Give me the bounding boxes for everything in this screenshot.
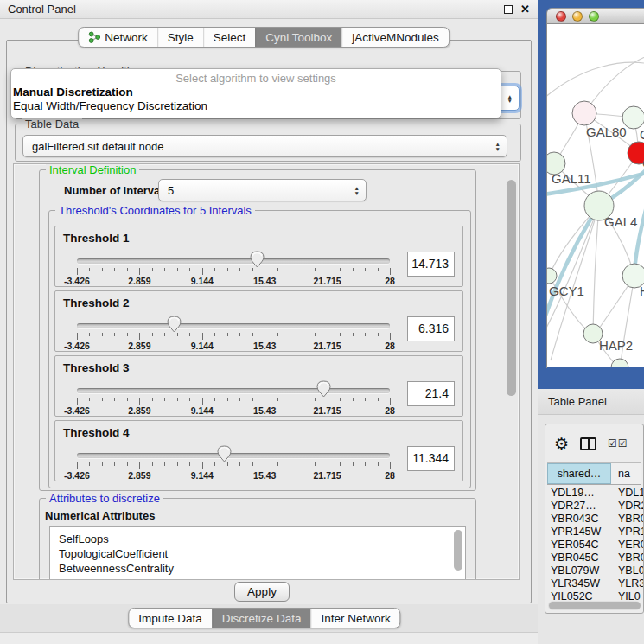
- thresholds-group-title: Threshold's Coordinates for 5 Intervals: [55, 204, 255, 217]
- table-row[interactable]: YDL19…YDL1: [547, 487, 643, 500]
- network-edge[interactable]: [593, 206, 599, 332]
- slider-thumb-icon[interactable]: [167, 316, 182, 336]
- split-table-icon[interactable]: [580, 437, 596, 450]
- slider-tick: [77, 333, 78, 340]
- slider-tick: [303, 462, 303, 466]
- slider-track[interactable]: [77, 453, 390, 458]
- slider-tick: [252, 333, 253, 336]
- threshold-slider[interactable]: -3.4262.8599.14415.4321.71528: [77, 256, 390, 285]
- list-scrollbar-thumb[interactable]: [454, 530, 462, 571]
- table-row[interactable]: YPR145WYPR1: [547, 526, 643, 539]
- slider-tick: [202, 268, 203, 275]
- slider-thumb-icon[interactable]: [250, 251, 265, 271]
- slider-tick: [102, 268, 103, 271]
- table-cell: YBR043C: [547, 513, 611, 526]
- network-node[interactable]: [572, 101, 596, 125]
- slider-tick: [77, 398, 78, 405]
- threshold-value-field[interactable]: 6.316: [407, 316, 455, 341]
- slider-tick-label: -3.426: [64, 470, 90, 481]
- threshold-value-field[interactable]: 14.713: [407, 252, 455, 277]
- table-column-header[interactable]: shared…: [547, 463, 611, 484]
- tab-select[interactable]: Select: [203, 28, 256, 47]
- settings-scroll-area: Interval Definition Number of Intervals …: [13, 163, 520, 580]
- slider-track[interactable]: [77, 258, 390, 264]
- network-edge[interactable]: [547, 62, 644, 99]
- slider-tick: [114, 462, 115, 466]
- attribute-list-item[interactable]: TopologicalCoefficient: [50, 546, 465, 561]
- table-cell: YLR3: [611, 577, 643, 590]
- table-row[interactable]: YBR045CYBR0: [547, 552, 643, 564]
- slider-tick: [252, 462, 253, 466]
- vertical-scrollbar[interactable]: [507, 180, 516, 396]
- tab-label: Cyni Toolbox: [265, 31, 332, 44]
- slider-tick: [102, 333, 103, 336]
- slider-track[interactable]: [77, 323, 390, 328]
- tab-impute-data[interactable]: Impute Data: [129, 609, 212, 628]
- tab-network[interactable]: Network: [79, 28, 157, 47]
- slider-thumb-icon[interactable]: [217, 445, 232, 466]
- node-label: GA: [640, 127, 644, 142]
- tab-style[interactable]: Style: [157, 28, 203, 47]
- threshold-value-field[interactable]: 21.4: [407, 381, 455, 406]
- close-window-icon[interactable]: [556, 11, 566, 22]
- table-cell: YBR045C: [547, 552, 611, 564]
- slider-tick: [202, 462, 203, 469]
- attribute-list-item[interactable]: BetweennessCentrality: [50, 561, 465, 576]
- slider-tick: [127, 268, 128, 271]
- table-row[interactable]: YBR043CYBR0: [547, 513, 643, 526]
- float-window-icon[interactable]: [504, 5, 513, 14]
- minimize-window-icon[interactable]: [572, 11, 583, 22]
- table-data-combobox[interactable]: galFiltered.sif default node ▲▼: [22, 135, 507, 157]
- slider-tick-label: 9.144: [191, 470, 214, 481]
- network-node[interactable]: [547, 268, 557, 284]
- combo-stepper-icon: ▲▼: [507, 93, 513, 103]
- slider-tick: [315, 268, 316, 271]
- slider-tick-label: 15.43: [253, 276, 276, 286]
- node-label: GAL80: [586, 124, 627, 139]
- slider-tick: [353, 268, 354, 271]
- tab-jactivemnodules[interactable]: jActiveMNodules: [341, 28, 449, 47]
- slider-tick-label: 9.144: [191, 341, 214, 351]
- tab-cyni-toolbox[interactable]: Cyni Toolbox: [255, 28, 341, 47]
- threshold-value-field[interactable]: 11.344: [407, 446, 455, 471]
- close-icon[interactable]: ✕: [520, 3, 530, 15]
- tab-infer-network[interactable]: Infer Network: [310, 609, 399, 628]
- gear-icon[interactable]: ⚙: [554, 436, 569, 452]
- threshold-slider[interactable]: -3.4262.8599.14415.4321.71528: [77, 321, 390, 350]
- attributes-list[interactable]: SelfLoopsTopologicalCoefficientBetweenne…: [49, 526, 466, 580]
- table-row[interactable]: YDR27…YDR2: [547, 500, 643, 513]
- slider-tick: [189, 398, 190, 401]
- dropdown-option[interactable]: Manual Discretization: [11, 86, 501, 99]
- table-column-header[interactable]: na: [611, 463, 641, 484]
- number-of-intervals-combobox[interactable]: 5 ▲▼: [158, 179, 367, 201]
- tab-discretize-data[interactable]: Discretize Data: [212, 609, 311, 628]
- apply-button[interactable]: Apply: [234, 582, 290, 602]
- tab-label: jActiveMNodules: [352, 31, 439, 44]
- slider-tick: [139, 398, 140, 405]
- network-node[interactable]: [611, 359, 628, 367]
- slider-tick: [390, 333, 391, 340]
- slider-thumb-icon[interactable]: [316, 380, 331, 401]
- slider-tick: [214, 268, 215, 271]
- horizontal-scrollbar[interactable]: [548, 601, 641, 610]
- slider-tick: [202, 333, 203, 340]
- network-graph[interactable]: GAL80GAGAL11GAL4GCY1HHAP2C: [547, 24, 644, 367]
- table-row[interactable]: YLR345WYLR3: [547, 577, 643, 590]
- slider-track[interactable]: [77, 388, 390, 393]
- table-row[interactable]: YER054CYER0: [547, 539, 643, 552]
- threshold-slider[interactable]: -3.4262.8599.14415.4321.71528: [77, 450, 390, 480]
- checkbox-columns-icon[interactable]: ☑☑: [608, 437, 628, 450]
- dropdown-option[interactable]: Equal Width/Frequency Discretization: [11, 99, 501, 113]
- network-canvas[interactable]: GAL80GAGAL11GAL4GCY1HHAP2C: [547, 24, 644, 367]
- slider-tick: [77, 268, 78, 275]
- slider-tick: [202, 398, 203, 405]
- slider-tick: [265, 398, 265, 405]
- attribute-list-item[interactable]: SelfLoops: [50, 527, 465, 546]
- dropdown-placeholder-item[interactable]: Select algorithm to view settings: [11, 71, 501, 86]
- slider-tick: [353, 398, 354, 401]
- threshold-slider[interactable]: -3.4262.8599.14415.4321.71528: [77, 386, 390, 415]
- tab-label: Network: [105, 31, 148, 44]
- horizontal-scrollbar-thumb[interactable]: [549, 602, 641, 609]
- table-row[interactable]: YBL079WYBL0: [547, 564, 643, 577]
- zoom-window-icon[interactable]: [589, 11, 599, 22]
